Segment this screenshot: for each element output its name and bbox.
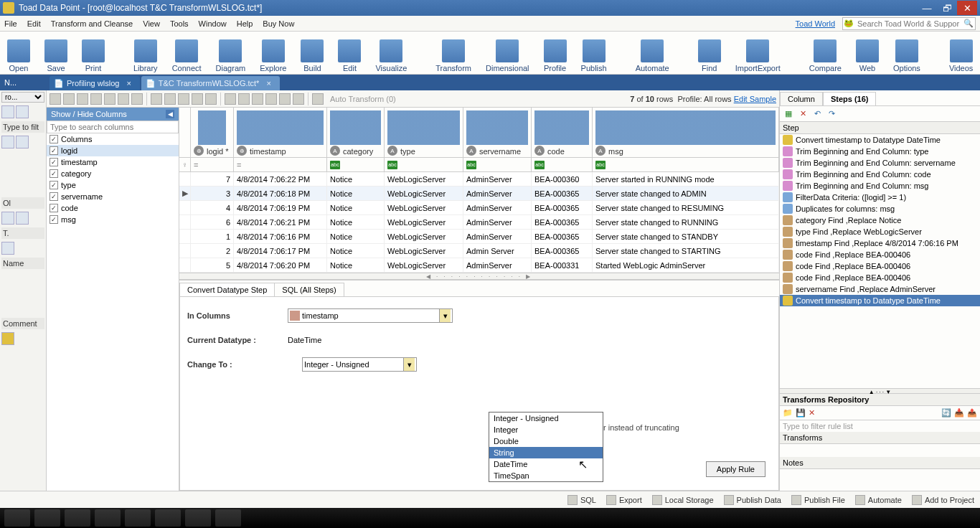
step-item[interactable]: Trim Beginning and End Column: servernam…	[780, 157, 980, 169]
menu-help[interactable]: Help	[237, 19, 253, 28]
restore-button[interactable]: 🗗	[937, 1, 957, 15]
rp-delete-icon[interactable]: ✕	[797, 108, 809, 120]
menu-window[interactable]: Window	[199, 19, 227, 28]
checkbox-icon[interactable]: ✓	[50, 158, 58, 166]
table-row[interactable]: 74/8/2014 7:06:22 PMNoticeWebLogicServer…	[179, 172, 779, 187]
cell[interactable]: 4/8/2014 7:06:16 PM	[234, 230, 327, 243]
cell[interactable]: 7	[191, 172, 234, 186]
column-header-type[interactable]: Atype	[385, 108, 463, 157]
table-row[interactable]: 54/8/2014 7:06:20 PMNoticeWebLogicServer…	[179, 258, 779, 273]
in-columns-dropdown[interactable]: timestamp ▾	[288, 308, 453, 323]
funnel-icon[interactable]	[77, 93, 88, 105]
minimize-button[interactable]: —	[917, 1, 937, 15]
cell[interactable]: BEA-000365	[532, 187, 593, 200]
cell[interactable]: Server state changed to STANDBY	[593, 230, 779, 243]
repo-import-icon[interactable]: 📥	[954, 408, 964, 418]
cell[interactable]: AdminServer	[463, 230, 532, 243]
close-button[interactable]: ✕	[957, 1, 977, 15]
support-search-box[interactable]: 🐸 🔍	[842, 17, 976, 30]
dropdown-option-timespan[interactable]: TimeSpan	[489, 470, 603, 481]
start-button[interactable]	[4, 509, 30, 527]
column-header-logid[interactable]: ⊕logid *	[191, 108, 234, 157]
cell[interactable]: WebLogicServer	[385, 172, 463, 186]
calendar-icon[interactable]	[192, 93, 203, 105]
cell[interactable]: BEA-000365	[532, 215, 593, 229]
funnel-icon[interactable]	[1, 212, 14, 225]
filter-cell-5[interactable]: abc	[532, 158, 593, 171]
filter-cell-4[interactable]: abc	[463, 158, 532, 171]
step-item[interactable]: Trim Beginning and End Column: code	[780, 169, 980, 180]
cell[interactable]: 4/8/2014 7:06:18 PM	[234, 187, 327, 200]
cell[interactable]: Notice	[327, 201, 385, 214]
schema-dropdown[interactable]: ro...	[1, 92, 44, 103]
step-item[interactable]: servername Find ,Replace AdminServer	[780, 283, 980, 295]
table-row[interactable]: 44/8/2014 7:06:19 PMNoticeWebLogicServer…	[179, 201, 779, 215]
cell[interactable]: WebLogicServer	[385, 258, 463, 272]
dropdown-option-integerunsigned[interactable]: Integer - Unsigned	[489, 412, 603, 424]
cell[interactable]: AdminServer	[463, 172, 532, 186]
table-row[interactable]: 64/8/2014 7:06:21 PMNoticeWebLogicServer…	[179, 215, 779, 230]
wand-icon[interactable]	[90, 93, 102, 105]
dropdown-option-string[interactable]: String	[489, 447, 603, 458]
cell[interactable]: 4/8/2014 7:06:19 PM	[234, 201, 327, 214]
cell[interactable]: 4	[191, 201, 234, 214]
import-icon[interactable]	[238, 93, 250, 105]
checkbox-icon[interactable]: ✓	[50, 146, 58, 155]
cell[interactable]: 5	[191, 258, 234, 272]
columns-icon[interactable]	[151, 93, 162, 105]
column-header-msg[interactable]: Amsg	[593, 108, 779, 157]
cell[interactable]: Notice	[327, 258, 385, 272]
list-icon[interactable]	[16, 136, 29, 148]
ribbon-print[interactable]: Print	[82, 39, 105, 72]
ribbon-options[interactable]: Options	[893, 39, 920, 72]
apply-rule-button[interactable]: Apply Rule	[706, 461, 765, 477]
table-icon[interactable]	[205, 93, 217, 105]
rp-undo-icon[interactable]: ↶	[811, 108, 823, 120]
cell[interactable]: Notice	[327, 215, 385, 229]
cell[interactable]: BEA-000331	[532, 258, 593, 272]
task-app1[interactable]	[95, 509, 121, 527]
col-check-category[interactable]: ✓category	[47, 168, 179, 179]
task-ie[interactable]	[34, 509, 60, 527]
bottom-export[interactable]: Export	[606, 495, 642, 505]
bottom-publish-file[interactable]: Publish File	[791, 495, 845, 505]
cell[interactable]: 4/8/2014 7:06:17 PM	[234, 244, 327, 258]
horizontal-splitter[interactable]: ◀ · · · · · · · · · · · · ▶	[179, 273, 779, 280]
export-icon[interactable]	[225, 93, 236, 105]
cell[interactable]: Admin Server	[463, 244, 532, 258]
column-header-servername[interactable]: Aservername	[463, 108, 532, 157]
cell[interactable]: AdminServer	[463, 215, 532, 229]
cell[interactable]: Server state changed to RUNNING	[593, 215, 779, 229]
ribbon-automate[interactable]: Automate	[636, 39, 669, 72]
cell[interactable]: BEA-000360	[532, 172, 593, 186]
tab-close-icon[interactable]: ×	[266, 79, 270, 88]
toad-world-link[interactable]: Toad World	[796, 19, 835, 28]
ribbon-videos[interactable]: Videos	[949, 39, 973, 72]
cell[interactable]: AdminServer	[463, 201, 532, 214]
table-row[interactable]: ▶34/8/2014 7:06:18 PMNoticeWebLogicServe…	[179, 187, 779, 201]
ribbon-edit[interactable]: Edit	[338, 39, 361, 72]
step-item[interactable]: Duplicates for columns: msg	[780, 203, 980, 214]
support-search-input[interactable]	[854, 19, 962, 28]
binoculars-icon[interactable]	[50, 93, 61, 105]
checkbox-icon[interactable]: ✓	[50, 215, 58, 224]
cell[interactable]: BEA-000365	[532, 201, 593, 214]
step-item[interactable]: code Find ,Replace BEA-000406	[780, 260, 980, 272]
edit-sample-link[interactable]: Edit Sample	[734, 95, 776, 103]
cell[interactable]: 6	[191, 215, 234, 229]
right-tab-1[interactable]: Steps (16)	[823, 92, 877, 105]
menu-file[interactable]: File	[4, 19, 17, 28]
cell[interactable]: Server started in RUNNING mode	[593, 172, 779, 186]
windows-taskbar[interactable]	[0, 508, 980, 528]
cell[interactable]: BEA-000365	[532, 244, 593, 258]
cell[interactable]: WebLogicServer	[385, 215, 463, 229]
task-app4[interactable]	[215, 509, 241, 527]
step-item[interactable]: Trim Beginning and End Column: msg	[780, 180, 980, 192]
ribbon-dimensional[interactable]: Dimensional	[486, 39, 529, 72]
doc-tab-0[interactable]: 📄Profiling wlslog×	[50, 76, 140, 90]
step-item[interactable]: type Find ,Replace WebLogicServer	[780, 226, 980, 237]
cell[interactable]: 4/8/2014 7:06:21 PM	[234, 215, 327, 229]
checkbox-icon[interactable]: ✓	[50, 169, 58, 178]
rp-add-icon[interactable]: ▦	[783, 108, 794, 120]
bottom-local-storage[interactable]: Local Storage	[652, 495, 714, 505]
